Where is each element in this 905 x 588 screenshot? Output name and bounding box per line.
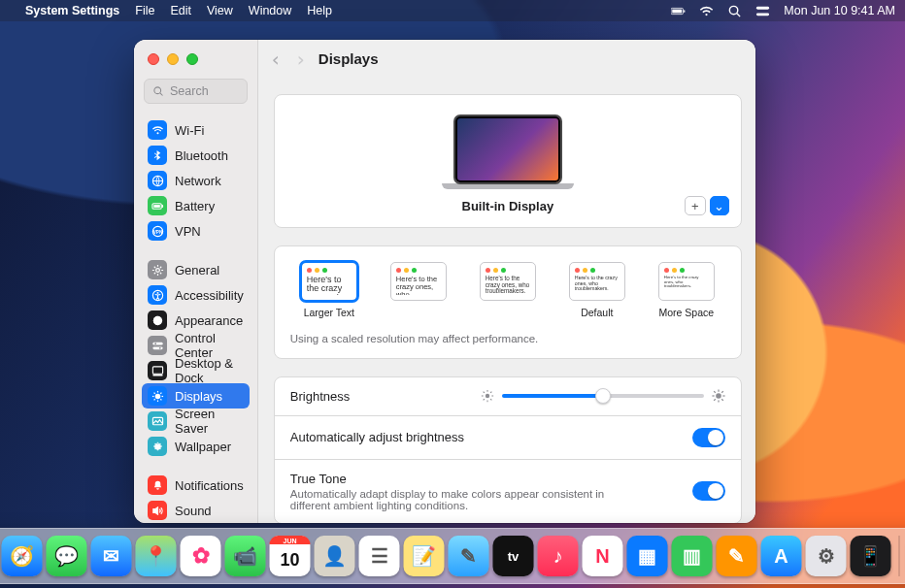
sidebar-item-appearance[interactable]: Appearance bbox=[142, 308, 250, 333]
clock[interactable]: Mon Jun 10 9:41 AM bbox=[784, 4, 895, 17]
display-options-menu[interactable]: ⌄ bbox=[710, 196, 729, 215]
sidebar-item-label: General bbox=[175, 263, 219, 278]
sidebar-item-network[interactable]: Network bbox=[142, 168, 250, 193]
sidebar-item-desktop-dock[interactable]: Desktop & Dock bbox=[142, 358, 250, 383]
search-input[interactable]: Search bbox=[144, 79, 248, 104]
sidebar-item-general[interactable]: General bbox=[142, 257, 250, 282]
sidebar-item-vpn[interactable]: VPNVPN bbox=[142, 218, 250, 244]
add-display-button[interactable]: + bbox=[685, 196, 706, 215]
sidebar-item-label: Sound bbox=[175, 504, 212, 518]
resolution-option-4[interactable]: Here's to the crazy ones, who troublemak… bbox=[652, 262, 721, 319]
dock-item-iphone[interactable]: 📱 bbox=[851, 536, 891, 576]
zoom-button[interactable] bbox=[186, 53, 198, 65]
dock-item-tv[interactable]: tv bbox=[493, 536, 534, 576]
dock-item-mail[interactable]: ✉︎ bbox=[91, 536, 132, 576]
forward-button[interactable]: › bbox=[297, 49, 305, 69]
svg-line-30 bbox=[153, 392, 154, 393]
svg-rect-12 bbox=[153, 205, 160, 208]
bell-icon bbox=[148, 475, 167, 495]
dock-item-photos[interactable]: ✿ bbox=[181, 536, 221, 576]
resolution-caption: More Space bbox=[659, 307, 715, 319]
wallpaper-icon bbox=[148, 437, 167, 456]
menu-help[interactable]: Help bbox=[307, 4, 332, 17]
accessibility-icon bbox=[148, 285, 167, 305]
resolution-caption: Larger Text bbox=[304, 307, 354, 319]
dock-item-contacts[interactable]: 👤 bbox=[315, 536, 355, 576]
battery-status-icon[interactable] bbox=[671, 4, 686, 18]
svg-point-17 bbox=[156, 291, 158, 293]
sidebar-item-bluetooth[interactable]: Bluetooth bbox=[142, 143, 250, 168]
resolution-option-2[interactable]: Here's to the crazy ones, who troublemak… bbox=[473, 262, 543, 319]
sidebar-item-label: Desktop & Dock bbox=[175, 356, 244, 385]
truetone-toggle[interactable] bbox=[692, 481, 725, 501]
svg-line-32 bbox=[153, 399, 154, 400]
sidebar-item-wallpaper[interactable]: Wallpaper bbox=[142, 434, 250, 459]
sidebar-item-displays[interactable]: Displays bbox=[142, 383, 250, 408]
svg-rect-6 bbox=[756, 13, 769, 16]
dock-item-numbers[interactable]: ▥ bbox=[672, 536, 713, 576]
sun-high-icon bbox=[712, 389, 725, 403]
sidebar-item-label: Screen Saver bbox=[175, 407, 244, 436]
svg-rect-11 bbox=[161, 205, 162, 208]
control-center-icon[interactable] bbox=[755, 4, 770, 18]
dock-item-music[interactable]: ♪ bbox=[538, 536, 579, 576]
menu-file[interactable]: File bbox=[135, 4, 154, 17]
sidebar-item-battery[interactable]: Battery bbox=[142, 193, 250, 218]
svg-line-4 bbox=[737, 13, 740, 16]
content-pane: ‹ › Displays Built-in Display + ⌄ Here's… bbox=[258, 40, 755, 523]
svg-line-50 bbox=[714, 391, 716, 393]
dock-item-calendar[interactable]: JUN10 bbox=[270, 536, 311, 576]
auto-brightness-toggle[interactable] bbox=[692, 428, 725, 447]
dock-icon bbox=[148, 361, 167, 380]
resolution-option-0[interactable]: Here's to the crazy ones, who troublemak… bbox=[294, 262, 364, 319]
sidebar-item-label: Battery bbox=[175, 199, 215, 213]
dock-item-facetime[interactable]: 📹 bbox=[225, 536, 266, 576]
brightness-label: Brightness bbox=[290, 389, 350, 404]
bluetooth-icon bbox=[148, 146, 167, 165]
spotlight-icon[interactable] bbox=[727, 4, 742, 18]
svg-rect-24 bbox=[152, 374, 162, 376]
display-name: Built-in Display bbox=[462, 199, 554, 213]
search-icon bbox=[152, 85, 164, 97]
wifi-status-icon[interactable] bbox=[699, 4, 714, 18]
dock-item-news[interactable]: N bbox=[583, 536, 623, 576]
dock-item-freeform[interactable]: ✎ bbox=[449, 536, 489, 576]
menu-view[interactable]: View bbox=[207, 4, 233, 17]
sidebar-item-screen-saver[interactable]: Screen Saver bbox=[142, 408, 250, 434]
resolution-option-1[interactable]: Here's to the crazy ones, who troublemak… bbox=[384, 262, 453, 319]
dock-separator bbox=[899, 536, 900, 576]
display-thumbnail[interactable] bbox=[453, 114, 562, 184]
dock-item-pages[interactable]: ✎ bbox=[717, 536, 757, 576]
app-menu[interactable]: System Settings bbox=[25, 4, 119, 17]
system-settings-window: Search Wi-FiBluetoothNetworkBatteryVPNVP… bbox=[134, 40, 755, 523]
dock-item-reminders[interactable]: ☰ bbox=[359, 536, 400, 576]
svg-line-42 bbox=[490, 399, 491, 400]
sidebar-item-notifications[interactable]: Notifications bbox=[142, 473, 250, 498]
sidebar-item-label: VPN bbox=[175, 224, 201, 239]
svg-point-21 bbox=[154, 343, 156, 344]
dock-item-maps[interactable]: 📍 bbox=[136, 536, 177, 576]
dock-item-settings[interactable]: ⚙︎ bbox=[806, 536, 847, 576]
sidebar-item-wi-fi[interactable]: Wi-Fi bbox=[142, 117, 250, 143]
sidebar-item-accessibility[interactable]: Accessibility bbox=[142, 282, 250, 308]
dock: 🙂▦🧭💬✉︎📍✿📹JUN10👤☰📝✎tv♪N▦▥✎A⚙︎📱⬇︎🗑 bbox=[0, 528, 905, 584]
sidebar-item-label: Bluetooth bbox=[175, 148, 228, 163]
sidebar-item-sound[interactable]: Sound bbox=[142, 498, 250, 523]
back-button[interactable]: ‹ bbox=[272, 49, 280, 69]
brightness-slider[interactable] bbox=[481, 389, 725, 403]
resolution-option-3[interactable]: Here's to the crazy ones, who troublemak… bbox=[562, 262, 632, 319]
dock-item-notes[interactable]: 📝 bbox=[404, 536, 445, 576]
menu-window[interactable]: Window bbox=[249, 4, 291, 17]
dock-item-appstore[interactable]: A bbox=[761, 536, 802, 576]
svg-rect-23 bbox=[152, 366, 162, 373]
svg-point-15 bbox=[155, 268, 159, 272]
menubar: System Settings File Edit View Window He… bbox=[0, 0, 905, 21]
minimize-button[interactable] bbox=[167, 53, 179, 65]
dock-item-messages[interactable]: 💬 bbox=[47, 536, 87, 576]
dock-item-keynote[interactable]: ▦ bbox=[627, 536, 668, 576]
sidebar-item-label: Appearance bbox=[175, 313, 243, 328]
close-button[interactable] bbox=[148, 53, 159, 65]
sidebar-item-control-center[interactable]: Control Center bbox=[142, 333, 250, 358]
menu-edit[interactable]: Edit bbox=[170, 4, 191, 17]
dock-item-safari[interactable]: 🧭 bbox=[2, 536, 43, 576]
